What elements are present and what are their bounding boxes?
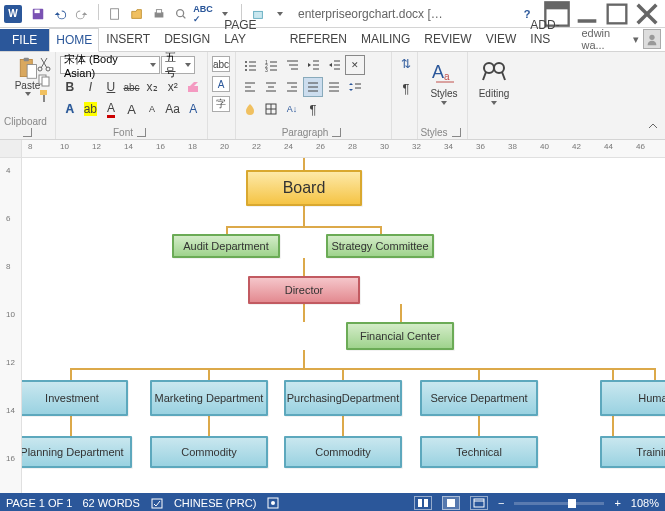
clear-format-button[interactable]	[183, 77, 203, 97]
undo-icon[interactable]	[50, 4, 70, 24]
org-node-director[interactable]: Director	[248, 276, 360, 304]
user-name[interactable]: edwin wa...	[581, 27, 629, 51]
font-color-button[interactable]: A	[101, 99, 121, 119]
view-print-icon[interactable]	[442, 496, 460, 510]
shading-button[interactable]	[240, 99, 260, 119]
redo-icon[interactable]	[72, 4, 92, 24]
editing-button[interactable]: Editing	[472, 54, 516, 105]
org-node-service[interactable]: Service Department	[420, 380, 538, 416]
bold-button[interactable]: B	[60, 77, 80, 97]
increase-indent-button[interactable]	[324, 55, 344, 75]
svg-rect-75	[418, 499, 422, 507]
org-node-audit[interactable]: Audit Department	[172, 234, 280, 258]
justify-button[interactable]	[303, 77, 323, 97]
grow-font-button[interactable]: A	[122, 99, 142, 119]
show-marks-button[interactable]: ¶	[303, 99, 323, 119]
tab-mailing[interactable]: MAILING	[354, 27, 417, 51]
svg-point-18	[38, 67, 42, 71]
status-words[interactable]: 62 WORDS	[82, 497, 139, 509]
status-proofing-icon[interactable]	[150, 496, 164, 510]
subscript-button[interactable]: x₂	[142, 77, 162, 97]
collapse-ribbon-icon[interactable]	[647, 120, 659, 134]
tab-design[interactable]: DESIGN	[157, 27, 217, 51]
svg-rect-77	[447, 499, 455, 507]
align-left-button[interactable]	[240, 77, 260, 97]
qat-open-icon[interactable]	[127, 4, 147, 24]
char-shading-button[interactable]: 字	[212, 96, 230, 112]
org-node-technical[interactable]: Technical	[420, 436, 538, 468]
text-effects-button[interactable]: A	[60, 99, 80, 119]
sort-button-2[interactable]: ⇅	[396, 54, 416, 74]
strike-button[interactable]: abc	[122, 77, 142, 97]
tab-addins[interactable]: ADD-INS	[523, 13, 581, 51]
close-icon[interactable]	[633, 4, 661, 24]
document-canvas[interactable]: Board Audit Department Strategy Committe…	[22, 158, 665, 493]
copy-icon[interactable]	[36, 72, 52, 86]
org-node-financial[interactable]: Financial Center	[346, 322, 454, 350]
font-size-select[interactable]: 五号	[161, 56, 195, 74]
styles-button[interactable]: Aa Styles	[422, 54, 466, 105]
align-right-button[interactable]	[282, 77, 302, 97]
paragraph-mark-button[interactable]: ¶	[396, 78, 416, 98]
multilevel-button[interactable]	[282, 55, 302, 75]
distribute-button[interactable]	[324, 77, 344, 97]
change-case-button[interactable]: Aa	[163, 99, 183, 119]
numbering-button[interactable]: 123	[261, 55, 281, 75]
decrease-indent-button[interactable]	[303, 55, 323, 75]
phonetic-guide-button[interactable]: abc	[212, 56, 230, 72]
status-macro-icon[interactable]	[266, 496, 280, 510]
org-node-board[interactable]: Board	[246, 170, 362, 206]
org-node-training[interactable]: Training	[600, 436, 665, 468]
tab-insert[interactable]: INSERT	[99, 27, 157, 51]
tab-home[interactable]: HOME	[49, 28, 99, 52]
org-node-marketing[interactable]: Marketing Department	[150, 380, 268, 416]
org-node-strategy[interactable]: Strategy Committee	[326, 234, 434, 258]
org-node-purchasing[interactable]: PurchasingDepartment	[284, 380, 402, 416]
user-avatar-icon[interactable]	[643, 29, 661, 49]
save-icon[interactable]	[28, 4, 48, 24]
zoom-slider[interactable]	[514, 502, 604, 505]
font-family-select[interactable]: 宋体 (Body Asian)	[60, 56, 160, 74]
maximize-icon[interactable]	[603, 4, 631, 24]
zoom-in-button[interactable]: +	[614, 497, 620, 509]
italic-button[interactable]: I	[81, 77, 101, 97]
view-read-icon[interactable]	[414, 496, 432, 510]
superscript-button[interactable]: x²	[163, 77, 183, 97]
underline-button[interactable]: U	[101, 77, 121, 97]
char-border-button[interactable]: A	[183, 99, 203, 119]
shrink-font-button[interactable]: A	[142, 99, 162, 119]
org-node-human[interactable]: Human	[600, 380, 665, 416]
bullets-button[interactable]	[240, 55, 260, 75]
highlight-button[interactable]: ab	[81, 99, 101, 119]
zoom-out-button[interactable]: −	[498, 497, 504, 509]
cut-icon[interactable]	[36, 56, 52, 70]
zoom-level[interactable]: 108%	[631, 497, 659, 509]
borders-button[interactable]	[261, 99, 281, 119]
org-node-planning[interactable]: Planning Department	[22, 436, 132, 468]
line-spacing-button[interactable]	[345, 77, 365, 97]
qat-print-icon[interactable]	[149, 4, 169, 24]
enclose-char-button[interactable]: A	[212, 76, 230, 92]
tab-file[interactable]: FILE	[0, 29, 49, 51]
tab-references[interactable]: REFEREN	[283, 27, 354, 51]
org-node-investment[interactable]: Investment	[22, 380, 128, 416]
view-web-icon[interactable]	[470, 496, 488, 510]
status-language[interactable]: CHINESE (PRC)	[174, 497, 257, 509]
qat-preview-icon[interactable]	[171, 4, 191, 24]
user-dropdown-icon[interactable]: ▾	[633, 33, 639, 46]
qat-new-icon[interactable]	[105, 4, 125, 24]
qat-spell-icon[interactable]: ABC✓	[193, 4, 213, 24]
org-node-commodity2[interactable]: Commodity	[284, 436, 402, 468]
org-node-commodity1[interactable]: Commodity	[150, 436, 268, 468]
tab-page-layout[interactable]: PAGE LAY	[217, 13, 282, 51]
asian-layout-button[interactable]: ✕	[345, 55, 365, 75]
format-painter-icon[interactable]	[36, 88, 52, 102]
align-center-button[interactable]	[261, 77, 281, 97]
status-page[interactable]: PAGE 1 OF 1	[6, 497, 72, 509]
tab-view[interactable]: VIEW	[479, 27, 524, 51]
tab-review[interactable]: REVIEW	[417, 27, 478, 51]
vertical-ruler[interactable]: 46810121416	[0, 158, 22, 493]
svg-line-70	[483, 72, 486, 80]
horizontal-ruler[interactable]: 810121416182022242628303234363840424446	[0, 140, 665, 158]
sort-button[interactable]: A↓	[282, 99, 302, 119]
